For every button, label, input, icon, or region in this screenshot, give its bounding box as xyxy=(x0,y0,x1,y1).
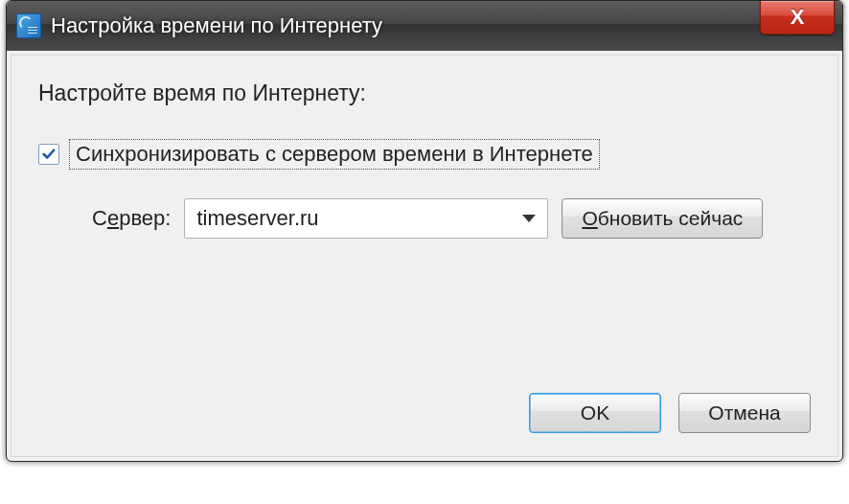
dialog-body: Настройте время по Интернету: Синхронизи… xyxy=(11,55,838,457)
server-combobox[interactable] xyxy=(184,198,548,239)
chevron-down-icon xyxy=(521,214,537,223)
update-now-button[interactable]: Обновить сейчас xyxy=(562,198,763,239)
server-label-post: рвер: xyxy=(119,206,171,230)
close-button[interactable]: X xyxy=(760,1,835,34)
dialog-actions: OK Отмена xyxy=(529,393,811,433)
window-title: Настройка времени по Интернету xyxy=(51,13,382,38)
sync-checkbox-label[interactable]: Синхронизировать с сервером времени в Ин… xyxy=(69,139,600,170)
close-icon: X xyxy=(791,5,805,30)
cancel-button[interactable]: Отмена xyxy=(678,393,811,433)
update-btn-accel: О xyxy=(582,207,597,230)
sync-checkbox[interactable] xyxy=(38,144,59,165)
dialog-window: Настройка времени по Интернету X Настрой… xyxy=(6,0,843,462)
datetime-icon xyxy=(16,13,41,38)
server-label-pre: С xyxy=(92,206,107,230)
ok-button[interactable]: OK xyxy=(529,393,661,433)
checkmark-icon xyxy=(42,148,56,161)
titlebar[interactable]: Настройка времени по Интернету X xyxy=(7,1,842,51)
update-btn-post: бновить сейчас xyxy=(598,207,744,230)
server-label: Сервер: xyxy=(92,206,171,231)
heading: Настройте время по Интернету: xyxy=(38,80,811,106)
server-row: Сервер: Обновить сейчас xyxy=(92,198,811,239)
svg-marker-0 xyxy=(522,215,536,222)
server-input[interactable] xyxy=(185,199,511,238)
dropdown-arrow-button[interactable] xyxy=(511,199,547,238)
sync-checkbox-row: Синхронизировать с сервером времени в Ин… xyxy=(38,139,811,170)
server-label-accel: е xyxy=(107,206,119,230)
